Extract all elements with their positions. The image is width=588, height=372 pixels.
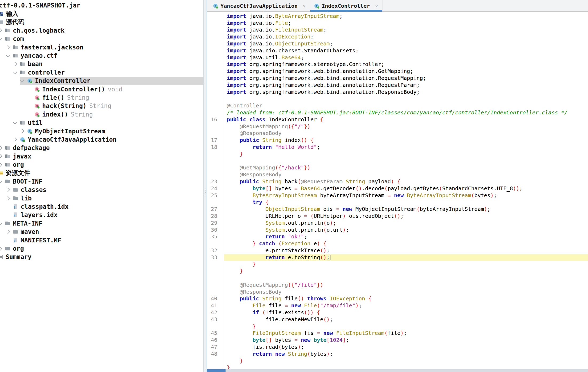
horizontal-scrollbar[interactable] — [207, 369, 588, 372]
chevron-down-icon[interactable] — [0, 180, 5, 183]
code-line[interactable]: 42 if (!file.exists()) { — [207, 309, 588, 316]
code-line[interactable]: 28 URLHelper o = (URLHelper) ois.readObj… — [207, 213, 588, 220]
code-line[interactable] — [207, 95, 588, 102]
tree-item-lib[interactable]: lib — [6, 194, 203, 202]
code-line[interactable]: import org.springframework.web.bind.anno… — [207, 75, 588, 82]
code-line[interactable]: 46 byte[] bytes = new byte[1024]; — [207, 337, 588, 344]
code-line[interactable]: 23 public String hack(@RequestParam Stri… — [207, 178, 588, 185]
chevron-right-icon[interactable] — [13, 63, 20, 65]
chevron-right-icon[interactable] — [13, 138, 20, 141]
tree-item-hack(String)[interactable]: mhack(String)String — [27, 102, 203, 110]
code-line[interactable]: import org.springframework.web.bind.anno… — [207, 82, 588, 89]
tree-item-MANIFEST.MF[interactable]: ?MANIFEST.MF — [6, 236, 203, 244]
close-icon[interactable]: ✕ — [303, 3, 306, 9]
code-line[interactable]: } — [207, 261, 588, 268]
chevron-right-icon[interactable] — [6, 46, 13, 49]
code-line[interactable] — [207, 275, 588, 282]
tree-item-maven[interactable]: maven — [6, 228, 203, 236]
tree-item-javax[interactable]: javax — [0, 152, 203, 160]
code-line[interactable]: 33 return e.toString(); — [207, 254, 588, 261]
code-line[interactable]: 41 File file = new File("/tmp/file"); — [207, 302, 588, 309]
chevron-right-icon[interactable] — [0, 247, 5, 250]
tree-item-MyObjectInputStream[interactable]: cMyObjectInputStream — [20, 127, 203, 135]
code-line[interactable]: import java.io.ByteArrayInputStream; — [207, 13, 588, 20]
chevron-down-icon[interactable] — [0, 38, 5, 40]
chevron-right-icon[interactable] — [20, 130, 27, 133]
code-line[interactable]: @GetMapping({"/hack"}) — [207, 164, 588, 171]
tree-item-bean[interactable]: bean — [13, 60, 203, 68]
code-line[interactable]: import java.io.ObjectInputStream; — [207, 40, 588, 47]
code-line[interactable]: } — [207, 364, 588, 369]
code-line[interactable]: @ResponseBody — [207, 130, 588, 137]
chevron-down-icon[interactable] — [0, 222, 5, 224]
tree-item-file()[interactable]: mfile()String — [27, 93, 203, 102]
tree-item-org[interactable]: org — [0, 160, 203, 169]
code-line[interactable]: } — [207, 268, 588, 275]
code-line[interactable]: } catch (Exception e) { — [207, 240, 588, 247]
chevron-down-icon[interactable] — [6, 55, 13, 57]
code-line[interactable]: 40 public String file() throws IOExcepti… — [207, 295, 588, 302]
panel-splitter[interactable] — [203, 0, 207, 372]
code-editor[interactable]: import com.yancao.ctf.util.MyObjectInput… — [207, 12, 588, 369]
tree-item-BOOT-INF[interactable]: BOOT-INF — [0, 177, 203, 185]
code-line[interactable]: import org.springframework.web.bind.anno… — [207, 68, 588, 75]
code-line[interactable]: 17 public String index() { — [207, 137, 588, 144]
tab-IndexController[interactable]: cIndexController✕ — [310, 0, 382, 11]
chevron-down-icon[interactable] — [13, 122, 20, 124]
code-line[interactable]: 27 ObjectInputStream ois = new MyObjectI… — [207, 206, 588, 213]
tree-item-index()[interactable]: mindex()String — [27, 110, 203, 118]
tree-item-IndexController()[interactable]: mIndexController()void — [27, 85, 203, 93]
tree-item-资源文件[interactable]: 资源文件 — [0, 169, 203, 177]
chevron-right-icon[interactable] — [6, 197, 13, 200]
code-line[interactable]: 29 System.out.println(o); — [207, 220, 588, 227]
tree-item-controller[interactable]: controller — [13, 68, 203, 76]
code-line[interactable]: 47 fis.read(bytes); — [207, 344, 588, 351]
code-line[interactable]: try { — [207, 199, 588, 206]
chevron-right-icon[interactable] — [0, 163, 5, 166]
tree-item-yancao.ctf[interactable]: yancao.ctf — [6, 51, 203, 60]
code-line[interactable]: } — [207, 151, 588, 158]
code-line[interactable]: } — [207, 323, 588, 330]
code-line[interactable]: } — [207, 358, 588, 365]
code-line[interactable]: @RequestMapping({"/"}) — [207, 123, 588, 130]
chevron-down-icon[interactable] — [20, 80, 27, 82]
code-line[interactable]: 45 FileInputStream fis = new FileInputSt… — [207, 330, 588, 337]
tree-item-IndexController[interactable]: cIndexController — [20, 77, 203, 85]
tree-item-util[interactable]: util — [13, 118, 203, 127]
tree-item-classes[interactable]: classes — [6, 186, 203, 194]
tree-item-ctf-0.0.1-SNAPSHOT.jar[interactable]: ctf-0.0.1-SNAPSHOT.jar — [0, 1, 203, 9]
code-line[interactable]: 43 file.createNewFile(); — [207, 316, 588, 323]
code-line[interactable]: 16public class IndexController { — [207, 116, 588, 123]
tree-item-fasterxml.jackson[interactable]: fasterxml.jackson — [6, 43, 203, 51]
tree-item-YancaoCtfJavaApplication[interactable]: cYancaoCtfJavaApplication — [13, 135, 203, 144]
code-line[interactable]: 25 ByteArrayInputStream byteArrayInputSt… — [207, 192, 588, 199]
code-line[interactable]: @ResponseBody — [207, 289, 588, 296]
code-line[interactable]: 48 return new String(bytes); — [207, 351, 588, 358]
chevron-down-icon[interactable] — [13, 71, 20, 73]
chevron-right-icon[interactable] — [0, 146, 5, 149]
close-icon[interactable]: ✕ — [375, 3, 378, 9]
code-line[interactable]: 24 byte[] bytes = Base64.getDecoder().de… — [207, 185, 588, 192]
tree-item-org[interactable]: org — [0, 244, 203, 253]
chevron-right-icon[interactable] — [0, 155, 5, 158]
code-line[interactable]: @RequestMapping({"/file"}) — [207, 282, 588, 289]
code-line[interactable]: import java.nio.charset.StandardCharsets… — [207, 47, 588, 54]
code-line[interactable]: import java.util.Base64; — [207, 54, 588, 61]
code-line[interactable]: 35 return "ok!"; — [207, 233, 588, 240]
code-line[interactable]: import org.springframework.stereotype.Co… — [207, 61, 588, 68]
tree-item-META-INF[interactable]: META-INF — [0, 219, 203, 227]
code-line[interactable]: 32 e.printStackTrace(); — [207, 247, 588, 254]
tree-item-com[interactable]: com — [0, 35, 203, 43]
tree-item-源代码[interactable]: 源代码 — [0, 18, 203, 26]
chevron-right-icon[interactable] — [6, 230, 13, 233]
tree-item-Summary[interactable]: Summary — [0, 253, 203, 261]
tree-item-输入[interactable]: 输入 — [0, 9, 203, 18]
scrollbar-thumb[interactable] — [207, 369, 226, 372]
code-line[interactable]: import java.io.IOException; — [207, 33, 588, 40]
code-line[interactable]: 30 System.out.println(o.url); — [207, 227, 588, 234]
code-line[interactable]: import org.springframework.web.bind.anno… — [207, 89, 588, 96]
code-line[interactable] — [207, 158, 588, 165]
code-line[interactable]: @ResponseBody — [207, 171, 588, 178]
tree-item-layers.idx[interactable]: ?layers.idx — [6, 211, 203, 219]
tree-item-defpackage[interactable]: defpackage — [0, 144, 203, 152]
